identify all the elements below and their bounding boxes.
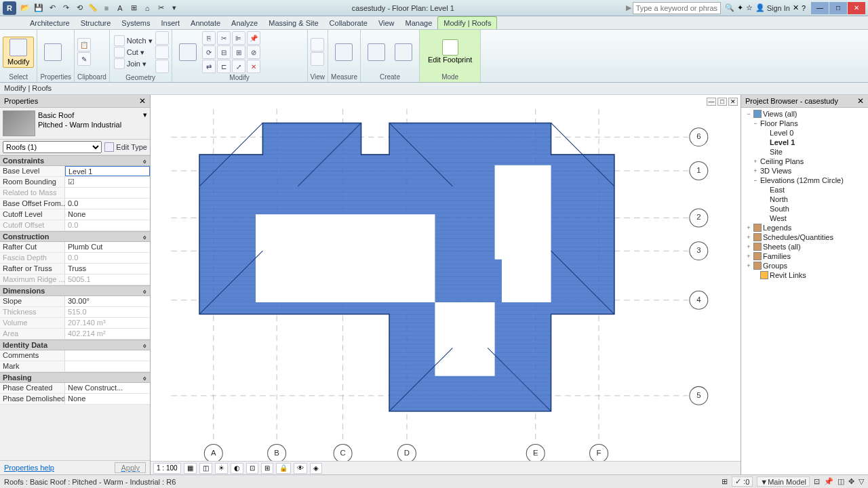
select-links-icon[interactable]: ⊡ <box>814 477 820 486</box>
tab-annotate[interactable]: Annotate <box>185 17 226 29</box>
tab-manage[interactable]: Manage <box>400 17 438 29</box>
view-min-icon[interactable]: — <box>707 98 716 106</box>
tab-view[interactable]: View <box>373 17 400 29</box>
property-row[interactable]: Area402.214 m² <box>0 329 150 340</box>
array-button[interactable]: ⊞ <box>232 45 245 59</box>
tree-node[interactable]: Site <box>743 147 867 157</box>
tree-node[interactable]: +3D Views <box>743 166 867 176</box>
modify-tool-button[interactable]: Modify <box>3 37 34 68</box>
thin-lines-icon[interactable]: ⊞ <box>127 2 140 14</box>
select-pinned-icon[interactable]: 📌 <box>824 477 833 486</box>
notch-button[interactable]: Notch▾ <box>113 35 154 46</box>
tree-node[interactable]: −Floor Plans <box>743 119 867 128</box>
view-close-icon[interactable]: ✕ <box>728 98 738 106</box>
tree-node[interactable]: +Sheets (all) <box>743 242 867 251</box>
property-row[interactable]: Maximum Ridge ...5005.1 <box>0 274 150 285</box>
tree-node[interactable]: North <box>743 195 867 204</box>
view-tool-1[interactable] <box>311 38 324 52</box>
app-icon[interactable]: R <box>3 1 16 15</box>
worksets-icon[interactable]: ⊞ <box>722 477 728 486</box>
property-row[interactable]: Comments <box>0 350 150 361</box>
sync-icon[interactable]: ⟲ <box>73 2 85 14</box>
join-button[interactable]: Join▾ <box>113 58 154 69</box>
property-row[interactable]: Slope30.00° <box>0 296 150 307</box>
property-row[interactable]: Related to Mass <box>0 188 150 199</box>
section-icon[interactable]: ✂ <box>155 2 167 14</box>
geom-tool-2[interactable] <box>155 45 169 59</box>
group-dimensions[interactable]: Dimensions⬨ <box>0 285 150 296</box>
edit-footprint-button[interactable]: Edit Footprint <box>422 37 477 66</box>
property-row[interactable]: Cutoff Offset0.0 <box>0 220 150 231</box>
properties-button[interactable] <box>40 42 66 62</box>
sun-path-icon[interactable]: ☀ <box>215 463 228 474</box>
tree-node[interactable]: +Schedules/Quantities <box>743 232 867 242</box>
edit-type-button[interactable]: Edit Type <box>104 142 147 152</box>
tree-node[interactable]: South <box>743 204 867 214</box>
properties-help-link[interactable]: Properties help <box>4 464 54 472</box>
lock-icon[interactable]: 🔒 <box>276 463 291 474</box>
search-input[interactable] <box>633 2 721 14</box>
text-icon[interactable]: A <box>114 2 126 14</box>
scale-button[interactable]: 1 : 100 <box>153 463 181 474</box>
move-button[interactable] <box>175 42 201 62</box>
property-row[interactable]: Base Offset From...0.0 <box>0 199 150 209</box>
tab-modify-roofs[interactable]: Modify | Roofs <box>437 16 497 29</box>
geom-tool-3[interactable] <box>155 60 169 73</box>
group-constraints[interactable]: Constraints⬨ <box>0 155 150 166</box>
unpin-button[interactable]: ⊘ <box>247 45 260 59</box>
pin-button[interactable]: 📌 <box>247 31 260 45</box>
tab-insert[interactable]: Insert <box>156 17 186 29</box>
crop-region-icon[interactable]: ⊞ <box>261 463 273 474</box>
tab-massing-site[interactable]: Massing & Site <box>263 17 323 29</box>
create-group-button[interactable] <box>391 42 416 62</box>
align-button[interactable]: ⊫ <box>232 31 245 45</box>
reveal-icon[interactable]: ◈ <box>310 463 322 474</box>
minimize-button[interactable]: — <box>811 2 829 14</box>
crop-icon[interactable]: ⊡ <box>246 463 258 474</box>
offset-button[interactable]: ⊏ <box>217 60 231 73</box>
exchange-icon[interactable]: ✦ <box>737 3 743 12</box>
mirror-button[interactable]: ⇄ <box>202 60 216 73</box>
paste-icon[interactable]: 📋 <box>77 38 91 52</box>
category-filter[interactable]: Roofs (1) <box>3 141 102 153</box>
help-icon[interactable]: ? <box>802 4 806 12</box>
property-row[interactable]: Phase CreatedNew Construct... <box>0 383 150 394</box>
tree-node[interactable]: Revit Links <box>743 270 867 280</box>
property-row[interactable]: Room Bounding☑ <box>0 177 150 188</box>
copy-button[interactable]: ⎘ <box>202 31 216 45</box>
tree-node[interactable]: Level 1 <box>743 138 867 147</box>
tab-systems[interactable]: Systems <box>116 17 155 29</box>
subscription-icon[interactable]: 🔍 <box>725 3 734 12</box>
tree-node[interactable]: −Views (all) <box>743 109 867 119</box>
property-row[interactable]: Rafter or TrussTruss <box>0 264 150 274</box>
drawing-canvas[interactable]: — □ ✕ 612345ABCDEF 1 : 100 ▦ ◫ ☀ ◐ ⊡ ⊞ 🔒… <box>151 95 741 474</box>
geom-tool-1[interactable] <box>155 31 169 45</box>
tree-node[interactable]: +Groups <box>743 261 867 270</box>
type-selector[interactable]: Basic RoofPitched - Warm Industrial ▾ <box>0 108 150 140</box>
property-row[interactable]: Mark <box>0 361 150 372</box>
close-hidden-icon[interactable]: ▾ <box>168 2 180 14</box>
property-row[interactable]: Rafter CutPlumb Cut <box>0 242 150 253</box>
temp-hide-icon[interactable]: 👁 <box>294 463 307 474</box>
property-row[interactable]: Fascia Depth0.0 <box>0 253 150 264</box>
property-row[interactable]: Cutoff LevelNone <box>0 209 150 220</box>
scale-button[interactable]: ⤢ <box>232 60 245 73</box>
apply-button[interactable]: Apply <box>115 462 146 473</box>
save-icon[interactable]: 💾 <box>33 2 45 14</box>
group-phasing[interactable]: Phasing⬨ <box>0 372 150 383</box>
chevron-down-icon[interactable]: ▾ <box>143 110 147 119</box>
3d-icon[interactable]: ⌂ <box>141 2 153 14</box>
tab-collaborate[interactable]: Collaborate <box>324 17 373 29</box>
tree-node[interactable]: +Ceiling Plans <box>743 157 867 166</box>
tab-analyze[interactable]: Analyze <box>226 17 263 29</box>
property-row[interactable]: Phase DemolishedNone <box>0 394 150 405</box>
property-row[interactable]: Thickness515.0 <box>0 307 150 318</box>
detail-level-icon[interactable]: ▦ <box>184 463 197 474</box>
split-button[interactable]: ⊟ <box>217 45 231 59</box>
tab-architecture[interactable]: Architecture <box>24 17 75 29</box>
create-similar-button[interactable] <box>363 42 389 62</box>
sign-in-button[interactable]: 👤Sign In <box>755 3 790 12</box>
filter-selector[interactable]: ▼ Main Model <box>757 476 810 487</box>
view-max-icon[interactable]: □ <box>717 98 727 106</box>
property-row[interactable]: Volume207.140 m³ <box>0 318 150 329</box>
